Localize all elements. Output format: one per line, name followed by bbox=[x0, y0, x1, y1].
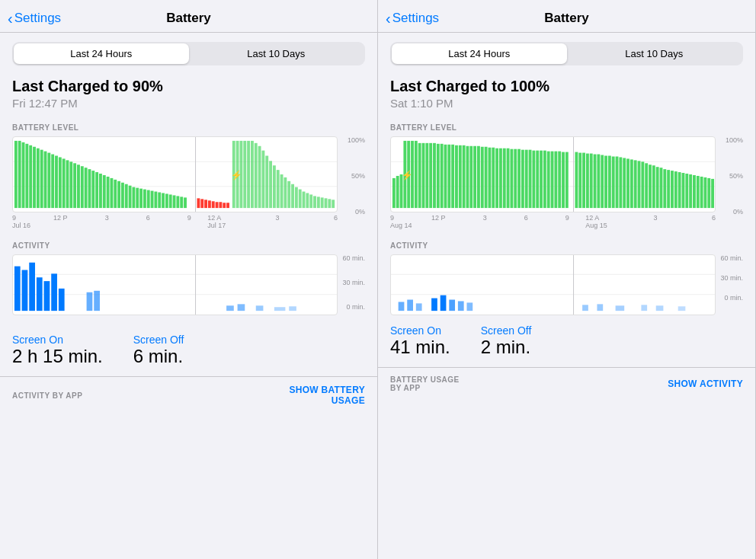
svg-rect-183 bbox=[674, 171, 678, 208]
svg-rect-141 bbox=[517, 149, 521, 208]
svg-rect-113 bbox=[415, 141, 418, 208]
svg-rect-70 bbox=[273, 165, 276, 208]
svg-rect-53 bbox=[208, 200, 211, 208]
svg-rect-94 bbox=[44, 281, 50, 311]
svg-rect-132 bbox=[485, 147, 488, 208]
svg-rect-197 bbox=[399, 302, 405, 311]
left-charge-title: Last Charged to 90% bbox=[12, 78, 365, 95]
svg-rect-7 bbox=[33, 147, 36, 208]
left-x-label-6r: 6 bbox=[334, 214, 338, 222]
left-back-button[interactable]: ‹ Settings bbox=[8, 11, 61, 26]
left-x-label-6: 6 bbox=[146, 214, 150, 222]
svg-rect-3 bbox=[18, 141, 21, 208]
left-screen-off: Screen Off 6 min. bbox=[133, 334, 184, 367]
left-x-date-left: Jul 16 bbox=[12, 222, 191, 229]
svg-rect-15 bbox=[62, 158, 66, 208]
svg-rect-114 bbox=[418, 143, 421, 208]
right-back-button[interactable]: ‹ Settings bbox=[386, 11, 439, 26]
left-bottom-section: ACTIVITY BY APP SHOW BATTERYUSAGE bbox=[0, 376, 377, 414]
svg-rect-45 bbox=[173, 195, 176, 208]
svg-rect-148 bbox=[543, 151, 546, 208]
svg-rect-169 bbox=[623, 158, 626, 208]
left-bottom-action[interactable]: SHOW BATTERYUSAGE bbox=[289, 385, 365, 406]
svg-rect-185 bbox=[682, 173, 685, 208]
svg-rect-102 bbox=[256, 305, 264, 311]
svg-rect-26 bbox=[103, 175, 106, 208]
left-screen-stats: Screen On 2 h 15 min. Screen Off 6 min. bbox=[0, 324, 377, 373]
svg-rect-158 bbox=[582, 153, 585, 209]
svg-rect-56 bbox=[219, 202, 222, 208]
left-segment-10d[interactable]: Last 10 Days bbox=[189, 43, 364, 64]
right-x-label-3: 3 bbox=[483, 214, 487, 222]
svg-rect-80 bbox=[309, 194, 312, 208]
svg-rect-117 bbox=[429, 143, 432, 208]
left-battery-chart: ⚡ bbox=[12, 136, 338, 212]
right-activity-svg bbox=[391, 255, 715, 315]
svg-rect-166 bbox=[612, 156, 615, 208]
svg-rect-162 bbox=[597, 155, 600, 209]
svg-rect-6 bbox=[29, 145, 32, 208]
svg-rect-104 bbox=[289, 306, 296, 311]
svg-rect-136 bbox=[499, 149, 502, 208]
svg-rect-11 bbox=[47, 153, 50, 209]
svg-rect-18 bbox=[73, 163, 76, 208]
svg-rect-57 bbox=[223, 203, 226, 208]
svg-rect-82 bbox=[317, 196, 320, 208]
left-battery-label: BATTERY LEVEL bbox=[12, 123, 365, 132]
svg-rect-10 bbox=[44, 152, 47, 208]
svg-rect-36 bbox=[139, 189, 143, 208]
svg-rect-202 bbox=[449, 300, 455, 311]
svg-rect-170 bbox=[626, 158, 629, 208]
svg-rect-91 bbox=[22, 270, 28, 311]
svg-rect-16 bbox=[66, 160, 69, 208]
svg-rect-167 bbox=[616, 156, 619, 208]
svg-rect-92 bbox=[29, 263, 35, 311]
svg-rect-52 bbox=[204, 200, 207, 208]
left-x-date-right: Jul 17 bbox=[207, 222, 338, 229]
svg-rect-62 bbox=[243, 141, 246, 208]
right-segment-10d[interactable]: Last 10 Days bbox=[567, 43, 742, 64]
svg-rect-180 bbox=[663, 169, 666, 208]
svg-rect-83 bbox=[321, 197, 324, 208]
svg-rect-210 bbox=[656, 305, 664, 311]
svg-rect-206 bbox=[582, 305, 588, 311]
svg-rect-122 bbox=[447, 145, 450, 208]
right-header-title: Battery bbox=[544, 11, 589, 26]
svg-rect-159 bbox=[586, 154, 589, 209]
svg-text:⚡: ⚡ bbox=[231, 170, 242, 180]
svg-rect-32 bbox=[125, 184, 128, 208]
svg-rect-127 bbox=[466, 146, 469, 208]
svg-rect-175 bbox=[645, 163, 648, 208]
svg-rect-123 bbox=[451, 145, 454, 208]
svg-rect-168 bbox=[619, 157, 622, 208]
svg-rect-43 bbox=[165, 193, 168, 208]
svg-rect-115 bbox=[422, 143, 425, 208]
right-activity-section: ACTIVITY bbox=[378, 235, 755, 315]
right-screen-off: Screen Off 2 min. bbox=[481, 324, 532, 358]
left-screen-on: Screen On 2 h 15 min. bbox=[12, 334, 103, 367]
right-activity-chart-area bbox=[390, 254, 716, 315]
svg-rect-211 bbox=[678, 306, 686, 311]
left-segment-24h[interactable]: Last 24 Hours bbox=[14, 43, 189, 64]
left-activity-section: ACTIVITY bbox=[0, 235, 377, 324]
left-x-label-12p: 12 P bbox=[53, 214, 68, 222]
left-header-title: Battery bbox=[166, 11, 211, 26]
svg-rect-184 bbox=[678, 172, 681, 208]
right-bottom-action[interactable]: SHOW ACTIVITY bbox=[668, 379, 743, 389]
svg-rect-86 bbox=[332, 200, 335, 208]
right-segment-24h[interactable]: Last 24 Hours bbox=[392, 43, 567, 64]
svg-rect-133 bbox=[489, 148, 492, 208]
right-x-label-6r: 6 bbox=[712, 214, 716, 222]
svg-rect-165 bbox=[608, 156, 611, 209]
svg-rect-116 bbox=[425, 143, 428, 208]
svg-rect-90 bbox=[14, 267, 21, 311]
right-bottom-left-label: BATTERY USAGEBY APP bbox=[390, 375, 460, 392]
svg-rect-207 bbox=[597, 304, 603, 311]
svg-rect-129 bbox=[473, 146, 476, 208]
left-screen-on-value: 2 h 15 min. bbox=[12, 346, 103, 367]
svg-rect-23 bbox=[91, 171, 94, 208]
svg-rect-186 bbox=[685, 174, 688, 208]
right-activity-label: ACTIVITY bbox=[390, 241, 743, 250]
svg-rect-65 bbox=[255, 143, 258, 208]
left-battery-svg: ⚡ bbox=[13, 137, 337, 212]
